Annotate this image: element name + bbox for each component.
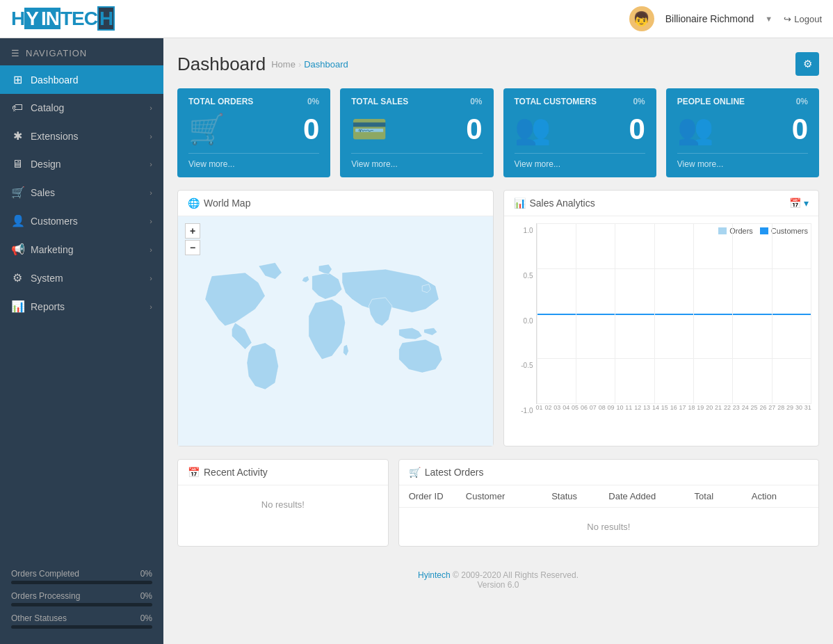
recent-activity-header: 📅 Recent Activity (178, 460, 388, 485)
card-value: 0 (466, 113, 482, 146)
card-title: PEOPLE ONLINE (677, 97, 745, 106)
card-pct: 0% (633, 97, 645, 106)
stat-label: Orders Completed (11, 569, 79, 579)
page-header: Dashboard Home › Dashboard ⚙ (177, 52, 819, 76)
nav-header-label: NAVIGATION (26, 48, 87, 58)
col-date-added: Date Added (608, 491, 694, 501)
sidebar-item-label: Customers (31, 216, 78, 227)
card-pct: 0% (796, 97, 808, 106)
orders-table-header: Order ID Customer Status Date Added Tota… (399, 485, 818, 508)
world-map-svg (185, 223, 486, 439)
chart-y-labels: 1.00.50.0-0.5-1.0 (511, 223, 533, 418)
chevron-right-icon: › (149, 245, 152, 254)
chevron-right-icon: › (149, 160, 152, 168)
footer: Hyintech © 2009-2020 All Rights Reserved… (177, 559, 819, 601)
sidebar-item-customers[interactable]: 👤 Customers › (0, 207, 163, 235)
avatar: 👦 (629, 6, 654, 31)
online-users-icon: 👥 (677, 112, 713, 146)
card-title: TOTAL CUSTOMERS (515, 97, 597, 106)
chevron-right-icon: › (149, 104, 152, 112)
user-dropdown-icon[interactable]: ▼ (765, 15, 773, 23)
stat-label: Other Statuses (11, 613, 67, 623)
sidebar-item-sales[interactable]: 🛒 Sales › (0, 178, 163, 207)
chevron-right-icon: › (149, 188, 152, 197)
sidebar-item-catalog[interactable]: 🏷 Catalog › (0, 94, 163, 122)
analytics-chart: Orders Customers 1.00.50.0-0.5-1.0 (511, 223, 812, 418)
footer-brand-link[interactable]: Hyintech (418, 570, 451, 580)
breadcrumb-home[interactable]: Home (271, 59, 296, 70)
chevron-right-icon: › (149, 274, 152, 282)
sidebar-item-dashboard[interactable]: ⊞ Dashboard (0, 65, 163, 94)
view-more-link[interactable]: View more... (515, 153, 645, 169)
stat-pct: 0% (140, 613, 152, 623)
stat-cards: TOTAL ORDERS 0% 🛒 0 View more... TOTAL S… (177, 88, 819, 177)
col-customer: Customer (466, 491, 551, 501)
latest-orders-title: Latest Orders (425, 467, 484, 478)
orders-icon: 🛒 (409, 467, 421, 478)
system-icon: ⚙ (11, 271, 24, 284)
zoom-in-button[interactable]: + (185, 223, 200, 239)
view-more-link[interactable]: View more... (188, 153, 319, 169)
marketing-icon: 📢 (11, 243, 24, 256)
bottom-row: 📅 Recent Activity No results! 🛒 Latest O… (177, 459, 819, 547)
chevron-right-icon: › (149, 132, 152, 140)
reports-icon: 📊 (11, 300, 24, 313)
analytics-header: 📊 Sales Analytics 📅 ▾ (504, 191, 819, 216)
card-pct: 0% (470, 97, 482, 106)
sidebar-stats: Orders Completed 0% Orders Processing 0%… (0, 561, 163, 644)
world-map-panel: 🌐 World Map + − (177, 190, 494, 446)
extensions-icon: ✱ (11, 129, 24, 143)
logo: HYINTECH (11, 8, 115, 30)
stat-card-total-sales: TOTAL SALES 0% 💳 0 View more... (340, 88, 493, 177)
user-name[interactable]: Billionaire Richmond (665, 13, 754, 24)
sidebar-item-marketing[interactable]: 📢 Marketing › (0, 235, 163, 264)
date-picker-button[interactable]: 📅 ▾ (789, 198, 809, 209)
zoom-out-button[interactable]: − (185, 240, 200, 255)
gear-icon: ⚙ (803, 58, 812, 70)
layout: ☰ NAVIGATION ⊞ Dashboard 🏷 Catalog › ✱ E… (0, 38, 833, 644)
sidebar: ☰ NAVIGATION ⊞ Dashboard 🏷 Catalog › ✱ E… (0, 38, 163, 644)
col-total: Total (695, 491, 752, 501)
users-icon: 👥 (515, 112, 551, 146)
customers-icon: 👤 (11, 214, 24, 227)
settings-button[interactable]: ⚙ (795, 52, 819, 76)
stat-pct: 0% (140, 591, 152, 601)
catalog-icon: 🏷 (11, 102, 24, 114)
card-title: TOTAL ORDERS (188, 97, 253, 106)
logout-button[interactable]: ↪ Logout (784, 14, 822, 24)
view-more-link[interactable]: View more... (351, 153, 482, 169)
sidebar-item-reports[interactable]: 📊 Reports › (0, 292, 163, 321)
world-map-content: + − (178, 216, 493, 446)
world-map-title: World Map (204, 198, 250, 209)
sidebar-item-label: System (31, 273, 63, 284)
analytics-title: Sales Analytics (530, 198, 595, 209)
view-more-link[interactable]: View more... (677, 153, 808, 169)
sidebar-item-design[interactable]: 🖥 Design › (0, 150, 163, 178)
sidebar-item-label: Catalog (31, 102, 64, 113)
sidebar-item-label: Marketing (31, 244, 73, 255)
analytics-panel: 📊 Sales Analytics 📅 ▾ Orders (503, 190, 820, 446)
stat-label: Orders Processing (11, 591, 80, 601)
sales-icon: 🛒 (11, 186, 24, 199)
calendar-icon: 📅 (188, 467, 200, 478)
card-title: TOTAL SALES (351, 97, 408, 106)
header-right: 👦 Billionaire Richmond ▼ ↪ Logout (629, 6, 822, 31)
sidebar-item-system[interactable]: ⚙ System › (0, 264, 163, 292)
sidebar-item-label: Extensions (31, 131, 78, 142)
stat-other-statuses: Other Statuses 0% (11, 613, 152, 629)
stat-orders-processing: Orders Processing 0% (11, 591, 152, 606)
card-value: 0 (792, 113, 808, 146)
card-value: 0 (303, 113, 319, 146)
latest-orders-panel: 🛒 Latest Orders Order ID Customer Status… (398, 459, 819, 547)
breadcrumb-current: Dashboard (304, 59, 348, 70)
stat-orders-completed: Orders Completed 0% (11, 569, 152, 584)
world-map-header: 🌐 World Map (178, 191, 493, 216)
design-icon: 🖥 (11, 158, 24, 170)
middle-row: 🌐 World Map + − (177, 190, 819, 446)
recent-activity-title: Recent Activity (204, 467, 268, 478)
sidebar-item-label: Sales (31, 187, 55, 198)
card-pct: 0% (307, 97, 319, 106)
credit-card-icon: 💳 (351, 112, 387, 146)
sidebar-item-label: Dashboard (31, 74, 79, 86)
sidebar-item-extensions[interactable]: ✱ Extensions › (0, 122, 163, 150)
